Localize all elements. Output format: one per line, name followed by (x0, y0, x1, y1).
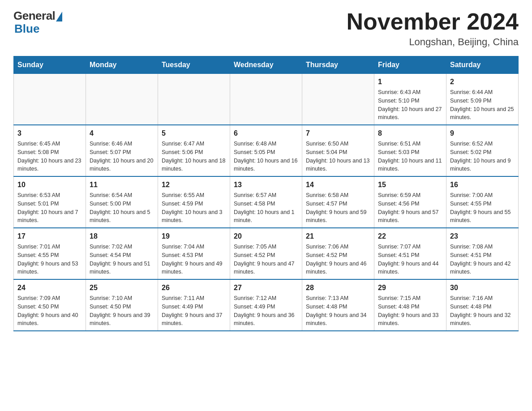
calendar-cell: 10Sunrise: 6:53 AMSunset: 5:01 PMDayligh… (14, 176, 86, 228)
day-number: 22 (378, 231, 442, 242)
sunset-text: Sunset: 5:05 PM (234, 149, 275, 155)
sunrise-text: Sunrise: 7:08 AM (450, 244, 493, 250)
title-section: November 2024 Longshan, Beijing, China (347, 9, 519, 48)
sunrise-text: Sunrise: 6:54 AM (90, 192, 132, 198)
sunrise-text: Sunrise: 7:13 AM (306, 295, 348, 301)
sunrise-text: Sunrise: 6:57 AM (234, 192, 276, 198)
sunset-text: Sunset: 4:55 PM (17, 252, 59, 258)
calendar-cell: 13Sunrise: 6:57 AMSunset: 4:58 PMDayligh… (230, 176, 302, 228)
calendar-cell: 1Sunrise: 6:43 AMSunset: 5:10 PMDaylight… (374, 74, 446, 125)
calendar-cell: 5Sunrise: 6:47 AMSunset: 5:06 PMDaylight… (158, 125, 230, 176)
header-saturday: Saturday (446, 56, 519, 74)
calendar-cell: 12Sunrise: 6:55 AMSunset: 4:59 PMDayligh… (158, 176, 230, 228)
sunset-text: Sunset: 4:57 PM (306, 201, 347, 207)
sunrise-text: Sunrise: 6:47 AM (162, 141, 204, 147)
day-number: 16 (450, 180, 515, 190)
logo-blue-text: Blue (14, 22, 39, 36)
day-number: 19 (162, 231, 226, 242)
calendar-cell: 20Sunrise: 7:05 AMSunset: 4:52 PMDayligh… (230, 228, 302, 279)
daylight-text: Daylight: 9 hours and 53 minutes. (17, 261, 78, 275)
week-row-1: 1Sunrise: 6:43 AMSunset: 5:10 PMDaylight… (14, 74, 519, 125)
calendar-cell: 26Sunrise: 7:11 AMSunset: 4:49 PMDayligh… (158, 279, 230, 331)
calendar-cell: 4Sunrise: 6:46 AMSunset: 5:07 PMDaylight… (86, 125, 158, 176)
month-title: November 2024 (347, 9, 519, 34)
day-number: 28 (306, 283, 370, 293)
sunset-text: Sunset: 5:09 PM (450, 98, 491, 104)
calendar-cell (230, 74, 302, 125)
daylight-text: Daylight: 10 hours and 23 minutes. (17, 158, 81, 172)
sunrise-text: Sunrise: 6:45 AM (17, 141, 60, 147)
sunset-text: Sunset: 4:55 PM (450, 201, 491, 207)
daylight-text: Daylight: 9 hours and 47 minutes. (234, 261, 295, 275)
sunset-text: Sunset: 4:50 PM (17, 304, 59, 310)
day-number: 4 (90, 128, 154, 139)
calendar-cell: 11Sunrise: 6:54 AMSunset: 5:00 PMDayligh… (86, 176, 158, 228)
sunset-text: Sunset: 4:58 PM (234, 201, 275, 207)
sunrise-text: Sunrise: 6:48 AM (234, 141, 276, 147)
day-number: 17 (17, 231, 82, 242)
weekday-header-row: SundayMondayTuesdayWednesdayThursdayFrid… (14, 56, 519, 74)
sunrise-text: Sunrise: 6:44 AM (450, 89, 493, 95)
header-monday: Monday (86, 56, 158, 74)
day-number: 1 (378, 77, 442, 87)
daylight-text: Daylight: 10 hours and 7 minutes. (17, 209, 78, 224)
sunrise-text: Sunrise: 7:16 AM (450, 295, 493, 301)
week-row-5: 24Sunrise: 7:09 AMSunset: 4:50 PMDayligh… (14, 279, 519, 331)
calendar-cell: 8Sunrise: 6:51 AMSunset: 5:03 PMDaylight… (374, 125, 446, 176)
calendar-cell: 24Sunrise: 7:09 AMSunset: 4:50 PMDayligh… (14, 279, 86, 331)
daylight-text: Daylight: 10 hours and 25 minutes. (450, 106, 514, 121)
daylight-text: Daylight: 9 hours and 42 minutes. (450, 261, 511, 275)
sunset-text: Sunset: 5:03 PM (378, 149, 419, 155)
day-number: 20 (234, 231, 298, 242)
calendar-cell: 21Sunrise: 7:06 AMSunset: 4:52 PMDayligh… (302, 228, 374, 279)
sunrise-text: Sunrise: 6:59 AM (378, 192, 420, 198)
daylight-text: Daylight: 10 hours and 11 minutes. (378, 158, 442, 172)
daylight-text: Daylight: 10 hours and 9 minutes. (450, 158, 511, 172)
calendar-cell: 30Sunrise: 7:16 AMSunset: 4:48 PMDayligh… (446, 279, 519, 331)
daylight-text: Daylight: 10 hours and 20 minutes. (90, 158, 153, 172)
calendar-cell (302, 74, 374, 125)
header-tuesday: Tuesday (158, 56, 230, 74)
location-title: Longshan, Beijing, China (347, 36, 519, 48)
daylight-text: Daylight: 10 hours and 3 minutes. (162, 209, 223, 224)
day-number: 3 (17, 128, 82, 139)
day-number: 29 (378, 283, 442, 293)
logo: General Blue (13, 9, 62, 36)
sunset-text: Sunset: 5:02 PM (450, 149, 491, 155)
day-number: 27 (234, 283, 298, 293)
sunrise-text: Sunrise: 7:07 AM (378, 244, 420, 250)
sunset-text: Sunset: 4:54 PM (90, 252, 131, 258)
page-header: General Blue November 2024 Longshan, Bei… (13, 9, 519, 48)
daylight-text: Daylight: 9 hours and 32 minutes. (450, 312, 511, 327)
calendar-table: SundayMondayTuesdayWednesdayThursdayFrid… (13, 56, 519, 331)
sunset-text: Sunset: 4:51 PM (378, 252, 419, 258)
sunset-text: Sunset: 4:48 PM (306, 304, 347, 310)
calendar-cell: 17Sunrise: 7:01 AMSunset: 4:55 PMDayligh… (14, 228, 86, 279)
sunrise-text: Sunrise: 6:43 AM (378, 89, 420, 95)
day-number: 24 (17, 283, 82, 293)
day-number: 15 (378, 180, 442, 190)
sunrise-text: Sunrise: 6:50 AM (306, 141, 348, 147)
sunset-text: Sunset: 5:08 PM (17, 149, 59, 155)
calendar-cell: 9Sunrise: 6:52 AMSunset: 5:02 PMDaylight… (446, 125, 519, 176)
calendar-cell: 14Sunrise: 6:58 AMSunset: 4:57 PMDayligh… (302, 176, 374, 228)
daylight-text: Daylight: 9 hours and 46 minutes. (306, 261, 367, 275)
logo-general-text: General (13, 9, 55, 23)
week-row-2: 3Sunrise: 6:45 AMSunset: 5:08 PMDaylight… (14, 125, 519, 176)
sunset-text: Sunset: 4:56 PM (378, 201, 419, 207)
daylight-text: Daylight: 9 hours and 34 minutes. (306, 312, 367, 327)
sunrise-text: Sunrise: 6:55 AM (162, 192, 204, 198)
day-number: 9 (450, 128, 515, 139)
sunrise-text: Sunrise: 6:58 AM (306, 192, 348, 198)
daylight-text: Daylight: 10 hours and 18 minutes. (162, 158, 225, 172)
day-number: 6 (234, 128, 298, 139)
daylight-text: Daylight: 9 hours and 59 minutes. (306, 209, 367, 224)
calendar-cell: 23Sunrise: 7:08 AMSunset: 4:51 PMDayligh… (446, 228, 519, 279)
day-number: 13 (234, 180, 298, 190)
daylight-text: Daylight: 9 hours and 49 minutes. (162, 261, 223, 275)
daylight-text: Daylight: 9 hours and 36 minutes. (234, 312, 295, 327)
calendar-cell: 28Sunrise: 7:13 AMSunset: 4:48 PMDayligh… (302, 279, 374, 331)
header-wednesday: Wednesday (230, 56, 302, 74)
sunrise-text: Sunrise: 7:04 AM (162, 244, 204, 250)
daylight-text: Daylight: 9 hours and 40 minutes. (17, 312, 78, 327)
